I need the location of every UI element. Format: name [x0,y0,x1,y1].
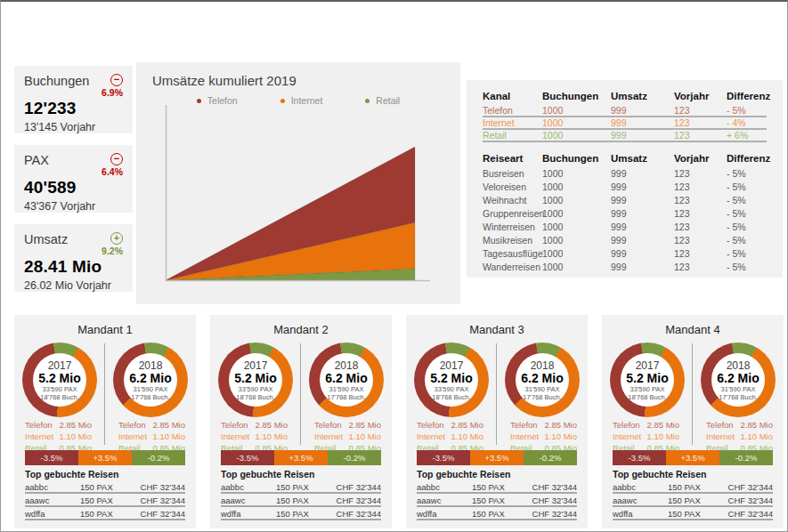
cell: 123 [674,167,727,181]
top-reisen-row: aaawc 150 PAX CHF 32'344 [25,496,185,507]
mandant-panel: Mandant 3 2017 5.2 Mio 33'590 PAX 18'768… [406,315,588,528]
donut-value: 5.2 Mio [430,372,472,385]
legend-item: Internet [280,95,323,106]
cell: 123 [674,105,727,117]
top-reisen-row: aabbc 150 PAX CHF 32'344 [613,482,773,494]
kpi-indicator: − 6.9% [102,74,123,98]
cell: - 5% [727,194,767,207]
top-reisen-title: Top gebuchte Reisen [613,469,773,480]
mandant-panel: Mandant 4 2017 5.2 Mio 33'590 PAX 18'768… [602,315,784,528]
legend-row: Telefon 2.85 Mio [706,419,773,431]
kpi-card-header: Umsatz + 9.2% [24,232,123,256]
cell: 999 [611,181,674,194]
cell: 150 PAX [80,496,137,506]
cell: wdffa [221,509,276,520]
minus-circle-icon: − [110,74,123,86]
donut-buchungen: 18'768 Buch. [236,393,275,401]
top-reisen-row: aaawc 150 PAX CHF 32'344 [221,496,381,507]
kanal-table-row: Telefon 1000 999 123 - 5% [483,105,767,117]
legend-label: Telefon [118,419,146,431]
donut-chart-2017: 2017 5.2 Mio 33'590 PAX 18'768 Buch. [414,343,489,417]
donut-buchungen: 18'768 Buch. [40,393,79,401]
donut-center: 2018 6.2 Mio 31'590 PAX 17'768 Buch. [711,353,765,407]
donut-center: 2017 5.2 Mio 33'590 PAX 18'768 Buch. [33,353,86,407]
donut-chart-2018: 2018 6.2 Mio 31'590 PAX 17'768 Buch. [113,343,188,417]
donut-pair: 2017 5.2 Mio 33'590 PAX 18'768 Buch. 201… [406,343,588,417]
cell: 999 [611,130,674,141]
reiseart-table-row: Veloreisen 1000 999 123 - 5% [483,181,767,194]
change-badges: -3.5% +3.5% -0.2% [417,450,577,465]
donut-pax: 33'590 PAX [239,385,273,393]
legend-value: 2.85 Mio [349,419,381,431]
cell: - 5% [727,234,767,247]
legend-value: 1.10 Mio [741,431,773,442]
change-badges: -3.5% +3.5% -0.2% [613,450,773,465]
donut-chart-2017: 2017 5.2 Mio 33'590 PAX 18'768 Buch. [22,343,97,417]
mandant-title: Mandant 2 [210,315,392,336]
cell: 1000 [542,117,611,129]
reiseart-table-row: Wanderreisen 1000 999 123 - 5% [483,261,767,274]
column-header: Umsatz [611,153,674,164]
kpi-previous-year: 26.02 Mio Vorjahr [24,279,123,292]
cell: CHF 32'344 [137,509,185,520]
legend-value: 2.85 Mio [451,419,483,431]
internet-change-badge: +3.5% [470,450,524,465]
cell: - 5% [727,261,767,274]
donut-chart-2018: 2018 6.2 Mio 31'590 PAX 17'768 Buch. [505,343,580,417]
cell: - 5% [727,207,767,221]
kpi-card-header: PAX − 6.4% [24,153,123,177]
cell: 150 PAX [472,509,529,520]
donut-value: 6.2 Mio [325,372,367,385]
cell: CHF 32'344 [725,509,773,520]
legend-label: Internet [706,431,735,442]
legend-dot-icon [197,99,201,103]
top-reisen-table: Top gebuchte Reisen aabbc 150 PAX CHF 32… [221,469,381,522]
top-reisen-table: Top gebuchte Reisen aabbc 150 PAX CHF 32… [613,469,773,522]
cell: - 5% [727,105,767,117]
mandant-title: Mandant 3 [406,315,588,336]
donut-pax: 33'590 PAX [43,385,77,393]
cell: aabbc [221,482,276,493]
kpi-value: 40'589 [24,178,123,197]
telefon-change-badge: -3.5% [221,450,274,465]
top-reisen-row: wdffa 150 PAX CHF 32'344 [25,509,185,520]
cell: Musikreisen [483,234,542,247]
legend-value: 1.10 Mio [545,431,577,442]
cell: 150 PAX [276,509,333,520]
kpi-previous-year: 13'145 Vorjahr [24,121,123,133]
cell: aabbc [613,482,668,493]
cell: 999 [611,261,674,274]
donut-buchungen: 17'768 Buch. [131,393,170,401]
channel-tables-panel: Kanal Buchungen Umsatz Vorjahr Differenz… [467,80,783,278]
cell: 1000 [542,234,611,247]
legend-value: 1.10 Mio [256,431,288,442]
retail-change-badge: -0.2% [719,450,773,465]
donut-legend: Telefon 2.85 Mio Internet 1.10 Mio Retai… [602,419,693,454]
legend-value: 2.85 Mio [647,419,679,431]
retail-change-badge: -0.2% [524,450,577,465]
donut-half: 2018 6.2 Mio 31'590 PAX 17'768 Buch. [497,343,588,417]
cell: 123 [674,130,727,141]
donut-legends: Telefon 2.85 Mio Internet 1.10 Mio Retai… [210,419,392,454]
kanal-table-header: Kanal Buchungen Umsatz Vorjahr Differenz [483,87,767,105]
cell: CHF 32'344 [333,509,381,520]
legend-value: 2.85 Mio [153,419,185,431]
legend-row: Telefon 2.85 Mio [118,419,185,431]
cell: 999 [611,247,674,261]
donut-legend: Telefon 2.85 Mio Internet 1.10 Mio Retai… [406,419,497,454]
kpi-delta-percent: 9.2% [102,246,123,256]
cell: wdffa [417,509,472,520]
cell: Veloreisen [483,181,542,194]
top-reisen-row: aabbc 150 PAX CHF 32'344 [25,482,185,494]
cell: 1000 [542,207,611,221]
cell: 123 [674,194,727,207]
legend-row: Internet 1.10 Mio [221,431,288,442]
cell: Internet [483,117,542,129]
mandant-panel: Mandant 2 2017 5.2 Mio 33'590 PAX 18'768… [210,315,392,528]
top-reisen-row: aabbc 150 PAX CHF 32'344 [417,482,577,494]
donut-pair: 2017 5.2 Mio 33'590 PAX 18'768 Buch. 201… [210,343,392,417]
donut-half: 2018 6.2 Mio 31'590 PAX 17'768 Buch. [105,343,196,417]
legend-label: Telefon [25,419,53,431]
cell: 999 [611,221,674,234]
legend-item: Telefon [197,95,238,106]
